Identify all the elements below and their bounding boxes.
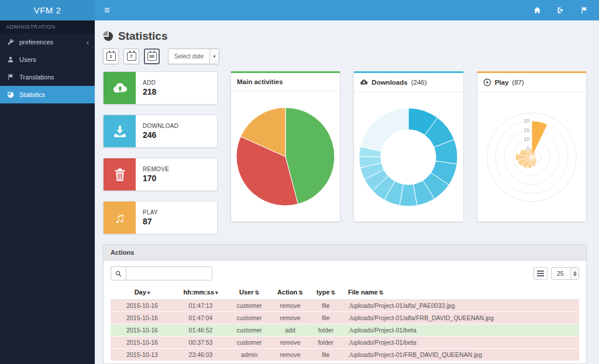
- home-icon[interactable]: [532, 6, 542, 15]
- chart-title: Downloads: [371, 79, 407, 86]
- stat-label: DOWNLOAD: [143, 123, 178, 129]
- users-icon: [7, 56, 14, 63]
- stat-value: 87: [143, 217, 158, 226]
- table-row: 2015-10-16 01:47:04 customer remove file…: [111, 312, 579, 324]
- app-logo[interactable]: VFM 2: [0, 0, 95, 20]
- play-panel: Play (87) 5101520: [477, 71, 587, 222]
- pie-chart-icon: [7, 91, 14, 98]
- cell-type: file: [309, 300, 342, 312]
- cell-action: remove: [271, 312, 309, 324]
- stat-card-add: ADD 218: [103, 71, 218, 105]
- pie-chart-icon: [103, 31, 113, 41]
- select-date-dropdown[interactable]: Select date ▾: [168, 48, 219, 64]
- main-content: Statistics 1 7 30 Select date ▾ ADD 218: [95, 20, 599, 364]
- sidebar-item-label: preferences: [19, 39, 53, 46]
- date-range-7-button[interactable]: 7: [123, 48, 139, 64]
- flag-icon[interactable]: [579, 6, 588, 15]
- topbar: VFM 2 ≡: [0, 0, 599, 20]
- cell-day: 2015-10-16: [111, 312, 174, 324]
- sort-icon: ▾: [147, 290, 150, 296]
- cell-action: remove: [271, 337, 309, 349]
- svg-text:10: 10: [524, 136, 529, 142]
- cell-type: file: [309, 349, 342, 361]
- sidebar-item-label: Users: [19, 56, 36, 63]
- page-title-row: Statistics: [103, 30, 587, 43]
- menu-icon: ≡: [104, 5, 110, 16]
- cell-type: file: [309, 312, 342, 324]
- column-header-action[interactable]: Action⇅: [271, 286, 309, 300]
- column-header-time[interactable]: hh:mm:ss▾: [174, 286, 228, 300]
- cell-type: folder: [309, 337, 342, 349]
- search-group: [111, 266, 212, 280]
- stat-value: 246: [143, 130, 178, 140]
- sidebar-item-translations[interactable]: Translations: [0, 68, 95, 86]
- cell-filename: ./uploads/Project-01/alfa/FRB_DAVID_QUEE…: [342, 312, 579, 324]
- cell-type: folder: [309, 324, 342, 337]
- spinner-icon[interactable]: [570, 268, 579, 279]
- sidebar-section-label: ADMINISTRATION: [0, 20, 95, 33]
- download-icon: [104, 115, 136, 147]
- chart-count: (87): [512, 79, 524, 86]
- column-header-user[interactable]: User⇅: [228, 286, 271, 300]
- sign-out-icon[interactable]: [556, 6, 565, 15]
- date-range-1-button[interactable]: 1: [103, 48, 119, 64]
- date-controls: 1 7 30 Select date ▾: [103, 48, 587, 64]
- cell-user: customer: [228, 312, 271, 324]
- sort-icon: ⇅: [254, 290, 259, 296]
- cloud-download-icon: [360, 78, 368, 86]
- stat-cards: ADD 218 DOWNLOAD 246 REMOVE: [103, 71, 218, 244]
- sort-icon: ⇅: [298, 290, 303, 296]
- play-circle-icon: [483, 78, 491, 86]
- cell-day: 2015-10-16: [111, 300, 174, 312]
- cell-filename: ./uploads/Project-01/beta: [342, 324, 579, 337]
- charts-row: Main activities Downloads (246): [230, 71, 587, 244]
- cell-action: remove: [271, 349, 309, 361]
- sidebar-item-label: Translations: [19, 74, 54, 81]
- cell-user: admin: [228, 349, 271, 361]
- sidebar-item-statistics[interactable]: Statistics: [0, 86, 95, 103]
- cell-time: 01:46:52: [174, 324, 228, 337]
- page-title: Statistics: [118, 30, 167, 43]
- list-icon: [537, 271, 544, 272]
- table-row: 2015-10-13 23:46:03 admin remove file ./…: [111, 349, 579, 361]
- sort-icon: ⇅: [379, 290, 384, 296]
- column-header-day[interactable]: Day▾: [111, 286, 174, 300]
- chevron-left-icon: ‹: [87, 39, 89, 46]
- flag-icon: [7, 74, 14, 81]
- svg-text:15: 15: [524, 127, 529, 133]
- column-header-filename[interactable]: File name⇅: [342, 286, 579, 300]
- cell-time: 01:47:04: [174, 312, 228, 324]
- calendar-icon: 30: [147, 52, 157, 61]
- sidebar-item-preferences[interactable]: preferences ‹: [0, 33, 95, 51]
- cell-user: customer: [228, 337, 271, 349]
- column-header-type[interactable]: type⇅: [309, 286, 342, 300]
- menu-toggle-button[interactable]: ≡: [95, 0, 119, 20]
- sidebar-item-users[interactable]: Users: [0, 51, 95, 68]
- trash-icon: [104, 158, 136, 190]
- stat-card-download: DOWNLOAD 246: [103, 115, 218, 148]
- search-input[interactable]: [126, 266, 212, 280]
- cell-filename: ./uploads/Project-01/FRB_DAVID_QUEENAN.j…: [342, 349, 579, 361]
- page-size-value: 25: [552, 268, 570, 279]
- chart-count: (246): [411, 79, 427, 86]
- stat-label: REMOVE: [143, 166, 169, 172]
- cell-user: customer: [228, 300, 271, 312]
- svg-text:5: 5: [526, 145, 529, 151]
- table-row: 2015-10-16 01:47:13 customer remove file…: [111, 300, 579, 312]
- page-size-select[interactable]: 25: [551, 267, 579, 280]
- stat-value: 218: [143, 87, 156, 96]
- search-button[interactable]: [111, 266, 126, 280]
- calendar-icon: 1: [106, 52, 116, 61]
- list-button[interactable]: [533, 267, 548, 280]
- chart-title: Play: [495, 79, 509, 86]
- downloads-donut-chart: [356, 96, 461, 219]
- actions-panel-title: Actions: [104, 245, 586, 261]
- stat-card-remove: REMOVE 170: [103, 158, 218, 191]
- table-row: 2015-10-16 01:46:52 customer add folder …: [111, 324, 579, 337]
- stat-label: PLAY: [143, 209, 158, 216]
- cell-filename: ./uploads/Project-01/alfa/_PAE0033.jpg: [342, 300, 579, 312]
- date-range-30-button[interactable]: 30: [144, 48, 160, 64]
- music-note-icon: ♫: [104, 202, 136, 234]
- topbar-actions: [532, 6, 588, 15]
- cloud-upload-icon: [104, 72, 136, 104]
